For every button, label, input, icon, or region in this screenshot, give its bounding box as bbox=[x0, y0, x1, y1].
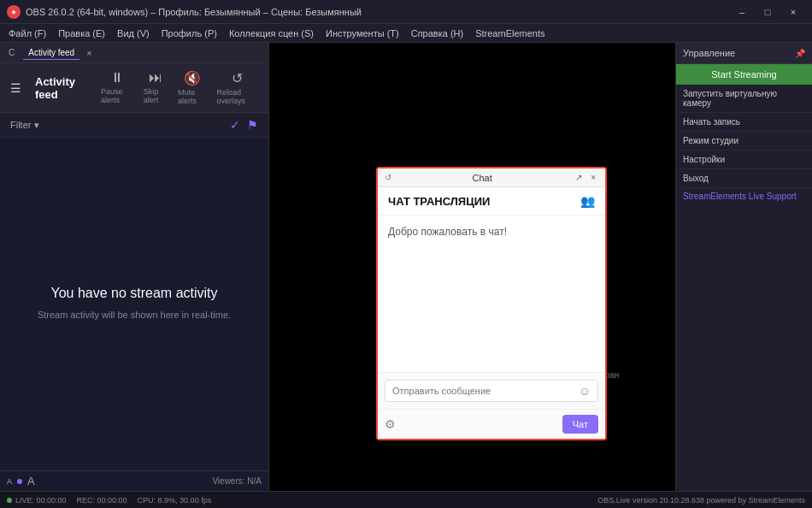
control-panel-title: Управление 📌 bbox=[676, 43, 812, 64]
no-activity-title: You have no stream activity bbox=[50, 286, 217, 301]
menu-scenes[interactable]: Коллекция сцен (S) bbox=[224, 27, 319, 40]
chat-input-area: ☺ bbox=[378, 372, 605, 409]
chat-message-input[interactable] bbox=[392, 386, 575, 396]
live-time: LIVE: 00:00:00 bbox=[15, 496, 67, 505]
chat-input-row: ☺ bbox=[385, 380, 598, 402]
font-controls: A A Viewers: N/A bbox=[0, 470, 268, 491]
activity-content: You have no stream activity Stream activ… bbox=[0, 138, 268, 470]
chat-body: Добро пожаловать в чат! bbox=[378, 216, 605, 372]
menu-streamelements[interactable]: StreamElements bbox=[470, 27, 550, 40]
check-filter-icon[interactable]: ✓ bbox=[230, 118, 240, 132]
pause-label: Pause alerts bbox=[101, 87, 133, 104]
chat-header-title: ЧАТ ТРАНСЛЯЦИИ bbox=[388, 195, 490, 208]
chat-title-bar: ↺ Chat ↗ × bbox=[378, 168, 605, 187]
maximize-button[interactable]: □ bbox=[756, 3, 780, 21]
chat-users-icon[interactable]: 👥 bbox=[580, 194, 595, 208]
chat-settings-icon[interactable]: ⚙ bbox=[385, 417, 396, 431]
panel-pin-icon: 📌 bbox=[795, 49, 805, 58]
title-bar: ● OBS 26.0.2 (64-bit, windows) – Профиль… bbox=[0, 0, 812, 24]
menu-file[interactable]: Файл (F) bbox=[3, 27, 51, 40]
app-icon: ● bbox=[7, 5, 21, 19]
right-panel: Управление 📌 Start Streaming Запустить в… bbox=[675, 43, 812, 491]
mute-label: Mute alerts bbox=[178, 88, 206, 105]
reload-overlays-btn[interactable]: ↺ Reload overlays bbox=[216, 70, 258, 105]
window-controls: – □ × bbox=[730, 3, 805, 21]
studio-mode-button[interactable]: Режим студии bbox=[676, 132, 812, 151]
filter-bar: Filter ▾ ✓ ⚑ bbox=[0, 113, 268, 138]
chat-footer: ⚙ Чат bbox=[378, 409, 605, 439]
chat-spinner-icon: ↺ bbox=[385, 173, 391, 182]
emoji-button[interactable]: ☺ bbox=[579, 384, 591, 398]
chat-window-title: Chat bbox=[391, 173, 573, 183]
cpu-info: CPU: 8.9%, 30.00 fps bbox=[138, 496, 212, 505]
panel-tab-activity[interactable]: Activity feed bbox=[23, 46, 79, 60]
no-activity-subtitle: Stream activity will be shown here in re… bbox=[38, 308, 231, 322]
menu-bar: Файл (F) Правка (E) Вид (V) Профиль (P) … bbox=[0, 24, 812, 43]
menu-profile[interactable]: Профиль (P) bbox=[156, 27, 222, 40]
skip-icon: ⏭ bbox=[149, 70, 162, 86]
virtual-camera-button[interactable]: Запустить виртуальную камеру bbox=[676, 85, 812, 113]
close-button[interactable]: × bbox=[781, 3, 805, 21]
font-large-icon: A bbox=[27, 475, 35, 487]
menu-edit[interactable]: Правка (E) bbox=[53, 27, 110, 40]
version-info: OBS.Live version 20.10.28.638 powered by… bbox=[597, 496, 805, 505]
filter-left: Filter ▾ bbox=[10, 120, 39, 131]
settings-button[interactable]: Настройки bbox=[676, 151, 812, 169]
reload-icon: ↺ bbox=[232, 70, 243, 86]
title-bar-text: OBS 26.0.2 (64-bit, windows) – Профиль: … bbox=[26, 7, 362, 17]
mute-icon: 🔇 bbox=[184, 70, 201, 86]
activity-feed-title: Activity feed bbox=[35, 75, 87, 101]
chat-close-btn[interactable]: × bbox=[588, 172, 598, 183]
viewers-count: Viewers: N/A bbox=[212, 476, 262, 486]
pause-alerts-btn[interactable]: ⏸ Pause alerts bbox=[101, 70, 133, 105]
skip-label: Skip alert bbox=[144, 87, 168, 104]
menu-view[interactable]: Вид (V) bbox=[112, 27, 155, 40]
panel-close-icon[interactable]: × bbox=[83, 46, 95, 60]
activity-actions: ⏸ Pause alerts ⏭ Skip alert 🔇 Mute alert… bbox=[101, 70, 258, 105]
chat-window-controls: ↗ × bbox=[573, 172, 598, 183]
pause-icon: ⏸ bbox=[110, 70, 124, 86]
rec-time: REC: 00:00:00 bbox=[77, 496, 127, 505]
panel-tab-bar: C Activity feed × bbox=[0, 43, 268, 63]
chevron-down-icon[interactable]: ▾ bbox=[34, 120, 39, 131]
exit-button[interactable]: Выход bbox=[676, 169, 812, 188]
panel-tab-c[interactable]: C bbox=[3, 46, 20, 59]
left-panel: C Activity feed × ☰ Activity feed ⏸ Paus… bbox=[0, 43, 269, 491]
chat-header: ЧАТ ТРАНСЛЯЦИИ 👥 bbox=[378, 187, 605, 216]
chat-reload-btn[interactable]: ↗ bbox=[573, 172, 585, 183]
filter-label: Filter bbox=[10, 120, 31, 130]
live-status: LIVE: 00:00:00 bbox=[7, 496, 67, 505]
hamburger-icon[interactable]: ☰ bbox=[10, 81, 21, 95]
font-small-icon: A bbox=[7, 477, 12, 486]
skip-alert-btn[interactable]: ⏭ Skip alert bbox=[144, 70, 168, 105]
chat-welcome-message: Добро пожаловать в чат! bbox=[388, 226, 595, 238]
menu-help[interactable]: Справка (H) bbox=[406, 27, 468, 40]
start-streaming-button[interactable]: Start Streaming bbox=[676, 64, 812, 85]
chat-modal: ↺ Chat ↗ × ЧАТ ТРАНСЛЯЦИИ 👥 Добро пожало… bbox=[376, 167, 607, 440]
activity-toolbar: ☰ Activity feed ⏸ Pause alerts ⏭ Skip al… bbox=[0, 63, 268, 113]
live-dot bbox=[7, 498, 12, 503]
live-support-link[interactable]: StreamElements Live Support bbox=[676, 188, 812, 204]
filter-right: ✓ ⚑ bbox=[230, 118, 258, 132]
mute-alerts-btn[interactable]: 🔇 Mute alerts bbox=[178, 70, 206, 105]
menu-tools[interactable]: Инструменты (T) bbox=[321, 27, 404, 40]
flag-filter-icon[interactable]: ⚑ bbox=[247, 118, 258, 132]
start-recording-button[interactable]: Начать запись bbox=[676, 113, 812, 132]
chat-send-button[interactable]: Чат bbox=[562, 415, 598, 434]
reload-label: Reload overlays bbox=[216, 88, 258, 105]
status-bar: LIVE: 00:00:00 REC: 00:00:00 CPU: 8.9%, … bbox=[0, 491, 812, 508]
control-title-text: Управление bbox=[683, 48, 735, 58]
minimize-button[interactable]: – bbox=[730, 3, 754, 21]
